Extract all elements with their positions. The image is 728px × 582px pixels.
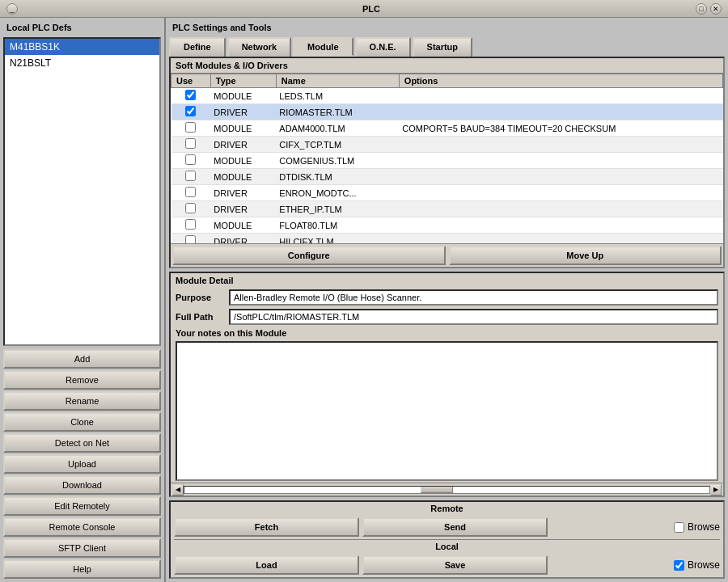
title-bar: _ PLC □ ✕ bbox=[0, 0, 728, 18]
tab-one[interactable]: O.N.E. bbox=[355, 37, 411, 57]
local-browse-group: Browse bbox=[551, 559, 720, 571]
tab-define[interactable]: Define bbox=[169, 37, 226, 57]
module-use-checkbox[interactable] bbox=[185, 154, 196, 165]
tab-module[interactable]: Module bbox=[293, 37, 353, 57]
hscroll-right-button[interactable]: ▶ bbox=[710, 484, 722, 496]
module-options bbox=[399, 137, 722, 153]
modules-section: Soft Modules & I/O Drivers UseTypeNameOp… bbox=[169, 57, 725, 268]
purpose-value: Allen-Bradley Remote I/O (Blue Hose) Sca… bbox=[229, 289, 718, 306]
send-button[interactable]: Send bbox=[362, 517, 548, 537]
remove-button[interactable]: Remove bbox=[3, 370, 161, 390]
col-header-name: Name bbox=[276, 74, 399, 88]
modules-table-container[interactable]: UseTypeNameOptions MODULELEDS.TLMDRIVERR… bbox=[171, 74, 723, 243]
module-name: LEDS.TLM bbox=[276, 88, 399, 104]
fullpath-row: Full Path /SoftPLC/tlm/RIOMASTER.TLM bbox=[171, 307, 723, 327]
clone-button[interactable]: Clone bbox=[3, 412, 161, 432]
module-name: RIOMASTER.TLM bbox=[276, 104, 399, 120]
save-button[interactable]: Save bbox=[362, 555, 548, 575]
tab-startup[interactable]: Startup bbox=[413, 37, 473, 57]
table-row[interactable]: DRIVERCIFX_TCP.TLM bbox=[171, 137, 723, 153]
module-detail: Module Detail Purpose Allen-Bradley Remo… bbox=[169, 272, 725, 497]
notes-area[interactable] bbox=[176, 341, 718, 481]
module-actions: Configure Move Up bbox=[171, 243, 723, 267]
edit-remotely-button[interactable]: Edit Remotely bbox=[3, 496, 161, 516]
col-header-type: Type bbox=[210, 74, 276, 88]
hscroll-track[interactable] bbox=[184, 486, 710, 494]
hscroll-left-button[interactable]: ◀ bbox=[172, 484, 184, 496]
module-options bbox=[399, 185, 722, 201]
module-type: DRIVER bbox=[210, 104, 276, 120]
module-use-checkbox[interactable] bbox=[185, 106, 196, 116]
table-row[interactable]: MODULELEDS.TLM bbox=[171, 88, 723, 104]
remote-console-button[interactable]: Remote Console bbox=[3, 517, 161, 537]
module-type: DRIVER bbox=[210, 185, 276, 201]
right-panel: PLC Settings and Tools DefineNetworkModu… bbox=[166, 18, 728, 582]
fetch-button[interactable]: Fetch bbox=[174, 517, 359, 537]
col-header-use: Use bbox=[171, 74, 211, 88]
module-name: ETHER_IP.TLM bbox=[276, 201, 399, 217]
detect-button[interactable]: Detect on Net bbox=[3, 433, 161, 453]
module-type: MODULE bbox=[210, 153, 276, 169]
sftp-client-button[interactable]: SFTP Client bbox=[3, 538, 161, 558]
module-name: ENRON_MODTC... bbox=[276, 185, 399, 201]
minimize-button[interactable]: _ bbox=[6, 3, 18, 15]
left-panel: Local PLC Defs M41BBS1KN21BSLT AddRemove… bbox=[0, 18, 166, 582]
fullpath-value: /SoftPLC/tlm/RIOMASTER.TLM bbox=[229, 309, 718, 325]
left-panel-title: Local PLC Defs bbox=[3, 21, 161, 34]
upload-button[interactable]: Upload bbox=[3, 454, 161, 474]
notes-label: Your notes on this Module bbox=[171, 327, 723, 340]
table-row[interactable]: DRIVERETHER_IP.TLM bbox=[171, 201, 723, 217]
plc-list-item[interactable]: N21BSLT bbox=[5, 55, 159, 71]
close-button[interactable]: ✕ bbox=[710, 3, 722, 15]
remote-label: Remote bbox=[171, 502, 723, 515]
plc-list[interactable]: M41BBS1KN21BSLT bbox=[3, 37, 161, 346]
table-row[interactable]: DRIVERRIOMASTER.TLM bbox=[171, 104, 723, 120]
purpose-row: Purpose Allen-Bradley Remote I/O (Blue H… bbox=[171, 288, 723, 307]
module-use-checkbox[interactable] bbox=[185, 90, 196, 100]
tab-network[interactable]: Network bbox=[227, 37, 291, 57]
module-name: CIFX_TCP.TLM bbox=[276, 137, 399, 153]
hscroll-thumb[interactable] bbox=[421, 487, 453, 493]
module-type: MODULE bbox=[210, 88, 276, 104]
configure-button[interactable]: Configure bbox=[172, 246, 446, 265]
col-header-options: Options bbox=[399, 74, 722, 88]
remote-local-section: Remote Fetch Send Browse Local Load Save… bbox=[169, 500, 725, 579]
module-use-checkbox[interactable] bbox=[185, 122, 196, 133]
module-type: MODULE bbox=[210, 120, 276, 137]
move-up-button[interactable]: Move Up bbox=[449, 246, 722, 265]
help-button[interactable]: Help bbox=[3, 559, 161, 579]
table-row[interactable]: DRIVERHILCIFX.TLM bbox=[171, 234, 723, 244]
module-options bbox=[399, 217, 722, 234]
module-options bbox=[399, 234, 722, 244]
rename-button[interactable]: Rename bbox=[3, 391, 161, 411]
remote-row: Fetch Send Browse bbox=[171, 515, 723, 539]
table-row[interactable]: DRIVERENRON_MODTC... bbox=[171, 185, 723, 201]
module-use-checkbox[interactable] bbox=[185, 171, 196, 181]
local-browse-checkbox[interactable] bbox=[674, 560, 684, 571]
module-use-checkbox[interactable] bbox=[185, 219, 196, 230]
table-row[interactable]: MODULEDTDISK.TLM bbox=[171, 169, 723, 185]
module-options bbox=[399, 104, 722, 120]
download-button[interactable]: Download bbox=[3, 475, 161, 495]
restore-button[interactable]: □ bbox=[696, 3, 707, 15]
remote-browse-checkbox[interactable] bbox=[674, 522, 684, 533]
table-row[interactable]: MODULEADAM4000.TLMCOMPORT=5 BAUD=384 TIM… bbox=[171, 120, 723, 137]
purpose-label: Purpose bbox=[176, 293, 224, 302]
module-use-checkbox[interactable] bbox=[185, 203, 196, 213]
remote-browse-label[interactable]: Browse bbox=[688, 521, 720, 533]
table-row[interactable]: MODULECOMGENIUS.TLM bbox=[171, 153, 723, 169]
local-browse-label[interactable]: Browse bbox=[688, 559, 720, 571]
load-button[interactable]: Load bbox=[174, 555, 359, 575]
module-use-checkbox[interactable] bbox=[185, 235, 196, 243]
module-type: DRIVER bbox=[210, 201, 276, 217]
table-row[interactable]: MODULEFLOAT80.TLM bbox=[171, 217, 723, 234]
module-name: DTDISK.TLM bbox=[276, 169, 399, 185]
hscroll-area[interactable]: ◀ ▶ bbox=[171, 483, 723, 496]
module-name: FLOAT80.TLM bbox=[276, 217, 399, 234]
module-type: MODULE bbox=[210, 169, 276, 185]
plc-list-item[interactable]: M41BBS1K bbox=[5, 39, 159, 55]
module-use-checkbox[interactable] bbox=[185, 187, 196, 197]
module-options bbox=[399, 153, 722, 169]
module-use-checkbox[interactable] bbox=[185, 138, 196, 149]
add-button[interactable]: Add bbox=[3, 349, 161, 369]
